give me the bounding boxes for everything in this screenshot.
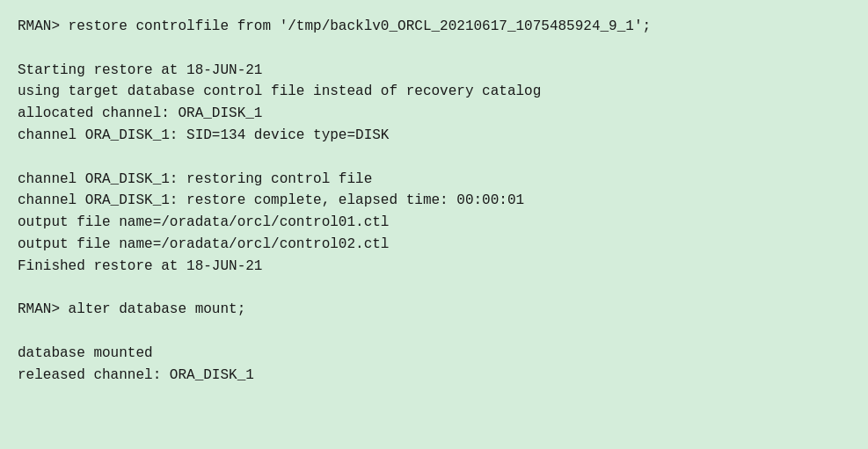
terminal-line-6: channel ORA_DISK_1: SID=134 device type=…	[18, 125, 850, 147]
terminal-line-5: allocated channel: ORA_DISK_1	[18, 103, 850, 125]
terminal-line-2	[18, 38, 850, 60]
terminal-line-9: channel ORA_DISK_1: restore complete, el…	[18, 190, 850, 212]
terminal-line-13	[18, 278, 850, 300]
terminal-line-15	[18, 321, 850, 343]
terminal-line-7	[18, 147, 850, 169]
terminal-line-14: RMAN> alter database mount;	[18, 299, 850, 321]
terminal-line-3: Starting restore at 18-JUN-21	[18, 60, 850, 82]
terminal-line-11: output file name=/oradata/orcl/control02…	[18, 234, 850, 256]
terminal-line-10: output file name=/oradata/orcl/control01…	[18, 212, 850, 234]
terminal-line-12: Finished restore at 18-JUN-21	[18, 256, 850, 278]
terminal-line-4: using target database control file inste…	[18, 81, 850, 103]
terminal-line-17: released channel: ORA_DISK_1	[18, 365, 850, 387]
terminal-line-16: database mounted	[18, 343, 850, 365]
terminal-line-1: RMAN> restore controlfile from '/tmp/bac…	[18, 16, 850, 38]
terminal-window: RMAN> restore controlfile from '/tmp/bac…	[0, 0, 868, 449]
terminal-line-8: channel ORA_DISK_1: restoring control fi…	[18, 169, 850, 191]
